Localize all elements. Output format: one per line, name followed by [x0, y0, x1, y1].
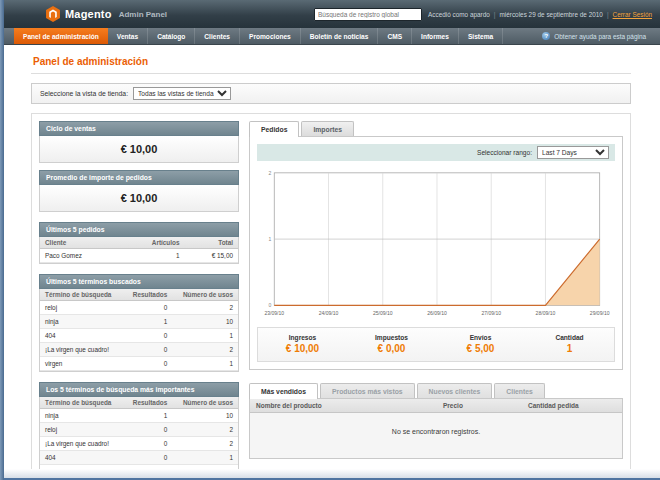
last-search-terms-card: Últimos 5 términos buscados Término de b… [39, 274, 239, 372]
svg-text:2: 2 [269, 170, 272, 176]
orders-chart: 01223/09/1024/09/1025/09/1026/09/1027/09… [257, 167, 615, 319]
tab-mas-vendidos[interactable]: Más vendidos [249, 383, 318, 399]
card-title: Promedio de importe de pedidos [39, 170, 239, 185]
svg-text:28/09/10: 28/09/10 [536, 310, 556, 316]
table-row: Paco Gomez1€ 15,00 [40, 249, 238, 263]
logo-suffix: Admin Panel [119, 10, 167, 19]
session-date: miércoles 29 de septiembre de 2010 [500, 11, 603, 18]
svg-text:1: 1 [269, 236, 272, 242]
table-row: 40401 [40, 329, 238, 343]
store-view-label: Seleccione la vista de tienda: [40, 90, 128, 97]
tab-pedidos[interactable]: Pedidos [249, 121, 299, 137]
svg-text:27/09/10: 27/09/10 [481, 310, 501, 316]
logout-link[interactable]: Cerrar Sesión [613, 11, 652, 18]
page-title: Panel de administración [33, 56, 631, 67]
window-edge-left [0, 0, 4, 480]
app-header: Magento Admin Panel Accedió como apardo … [0, 0, 660, 28]
top-search-terms-card: Los 5 términos de búsqueda más important… [39, 382, 239, 480]
dashboard-column: Pedidos Importes Seleccionar rango: Last… [249, 121, 623, 480]
table-row: ¡La virgen que cuadro!02 [40, 437, 238, 451]
table-row: 40401 [40, 451, 238, 465]
card-title: Últimos 5 pedidos [39, 222, 239, 237]
stat-impuestos: Impuestos € 0,00 [347, 334, 436, 354]
column-qty-ordered: Cantidad pedida [528, 402, 616, 409]
column-price: Precio [443, 402, 528, 409]
products-grid-header: Nombre del producto Precio Cantidad pedi… [250, 399, 622, 413]
top-search-terms-table: Término de búsqueda Resultados Número de… [40, 397, 238, 479]
magento-icon [46, 6, 60, 22]
logo-text: Magento [65, 8, 112, 20]
store-view-switcher: Seleccione la vista de tienda: Todas las… [31, 83, 631, 104]
card-title: Ciclo de ventas [39, 121, 239, 136]
svg-text:23/09/10: 23/09/10 [264, 310, 284, 316]
nav-item-promociones[interactable]: Promociones [240, 28, 301, 44]
products-grid: Nombre del producto Precio Cantidad pedi… [249, 398, 623, 459]
svg-text:24/09/10: 24/09/10 [319, 310, 339, 316]
lifetime-sales-card: Ciclo de ventas € 10,00 [39, 121, 239, 163]
nav-item-ventas[interactable]: Ventas [108, 28, 148, 44]
range-bar: Seleccionar rango: Last 7 Days [257, 144, 615, 161]
table-row: ninja110 [40, 315, 238, 329]
content-area: Panel de administración Seleccione la vi… [0, 45, 660, 480]
last-orders-table: Cliente Artículos Total Paco Gomez1€ 15,… [40, 237, 238, 263]
column-product-name: Nombre del producto [256, 402, 443, 409]
stat-cantidad: Cantidad 1 [525, 334, 614, 354]
products-tabs: Más vendidos Productos más vistos Nuevos… [249, 383, 623, 398]
table-row: reloj02 [40, 423, 238, 437]
nav-item-catalogo[interactable]: Catálogo [148, 28, 195, 44]
chart-tabs: Pedidos Importes [249, 121, 623, 136]
range-select[interactable]: Last 7 Days [537, 146, 609, 159]
header-meta: Accedió como apardo miércoles 29 de sept… [428, 11, 652, 18]
average-orders-value: € 10,00 [40, 185, 238, 211]
logged-in-text: Accedió como apardo [428, 11, 490, 18]
help-link[interactable]: ? Obtener ayuda para esta página [542, 28, 660, 44]
main-nav: Panel de administración Ventas Catálogo … [0, 28, 660, 45]
chart-wrapper: 01223/09/1024/09/1025/09/1026/09/1027/09… [257, 161, 615, 319]
tab-clientes[interactable]: Clientes [494, 383, 544, 398]
range-label: Seleccionar rango: [477, 149, 532, 156]
global-search-input[interactable] [314, 8, 422, 21]
tab-importes[interactable]: Importes [301, 121, 354, 136]
chart-panel: Seleccionar rango: Last 7 Days 01223/09/… [249, 136, 623, 370]
window-edge-bottom [0, 469, 660, 480]
title-divider [31, 73, 631, 74]
tab-productos-mas-vistos[interactable]: Productos más vistos [320, 383, 415, 398]
nav-item-boletin[interactable]: Boletín de noticias [301, 28, 379, 44]
separator [494, 11, 496, 18]
average-orders-card: Promedio de importe de pedidos € 10,00 [39, 170, 239, 212]
help-label: Obtener ayuda para esta página [554, 33, 646, 40]
table-row: ninja110 [40, 409, 238, 423]
header-logo: Magento Admin Panel [46, 6, 167, 22]
table-row: reloj02 [40, 301, 238, 315]
table-row: virgen01 [40, 357, 238, 371]
empty-records-message: No se encontraron registros. [250, 413, 622, 458]
card-title: Últimos 5 términos buscados [39, 274, 239, 289]
svg-text:26/09/10: 26/09/10 [427, 310, 447, 316]
nav-item-clientes[interactable]: Clientes [195, 28, 240, 44]
last-search-terms-table: Término de búsqueda Resultados Número de… [40, 289, 238, 371]
dashboard-body: Ciclo de ventas € 10,00 Promedio de impo… [31, 113, 631, 480]
nav-item-dashboard[interactable]: Panel de administración [14, 28, 108, 44]
last-orders-card: Últimos 5 pedidos Cliente Artículos Tota… [39, 222, 239, 264]
svg-text:29/09/10: 29/09/10 [590, 310, 610, 316]
nav-item-cms[interactable]: CMS [378, 28, 412, 44]
help-icon: ? [542, 32, 550, 40]
lifetime-sales-value: € 10,00 [40, 136, 238, 162]
tab-nuevos-clientes[interactable]: Nuevos clientes [417, 383, 493, 398]
svg-text:25/09/10: 25/09/10 [373, 310, 393, 316]
store-view-select[interactable]: Todas las vistas de tienda [133, 87, 231, 100]
svg-text:0: 0 [269, 302, 272, 308]
nav-item-sistema[interactable]: Sistema [459, 28, 503, 44]
separator [607, 11, 609, 18]
stat-envios: Envíos € 5,00 [436, 334, 525, 354]
sidebar-column: Ciclo de ventas € 10,00 Promedio de impo… [39, 121, 239, 480]
table-row: ¡La virgen que cuadro!02 [40, 343, 238, 357]
totals-bar: Ingresos € 10,00 Impuestos € 0,00 Envíos… [257, 327, 615, 362]
card-title: Los 5 términos de búsqueda más important… [39, 382, 239, 397]
stat-ingresos: Ingresos € 10,00 [258, 334, 347, 354]
nav-item-informes[interactable]: Informes [412, 28, 459, 44]
